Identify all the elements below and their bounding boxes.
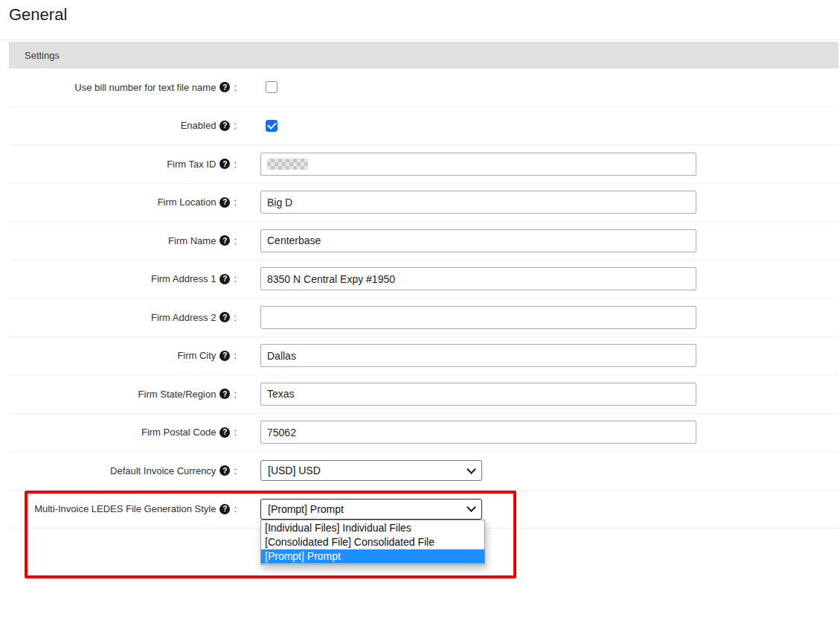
section-header: Settings — [9, 42, 839, 68]
firm-state-region-input[interactable] — [260, 383, 696, 406]
ledes-style-dropdown-list: [Individual Files] Individual Files [Con… — [260, 520, 485, 565]
field-label: Default Invoice Currency ? : — [9, 465, 237, 476]
label-colon: : — [234, 159, 237, 170]
firm-tax-id-input[interactable] — [260, 153, 696, 176]
help-icon[interactable]: ? — [219, 82, 230, 92]
label-colon: : — [234, 197, 237, 208]
field-label-text: Firm Postal Code — [141, 427, 216, 438]
field-label: Enabled ? : — [9, 120, 237, 131]
dropdown-option-individual-files[interactable]: [Individual Files] Individual Files — [261, 521, 484, 535]
form-row-use-bill-number: Use bill number for text file name ? : — [9, 68, 839, 107]
field-label-text: Default Invoice Currency — [110, 465, 216, 476]
firm-location-input[interactable] — [260, 191, 696, 214]
help-icon[interactable]: ? — [219, 235, 230, 246]
field-label: Firm State/Region ? : — [9, 389, 237, 400]
ledes-generation-style-select[interactable]: [Prompt] Prompt — [260, 499, 482, 520]
selected-value: [USD] USD — [268, 465, 321, 476]
label-colon: : — [234, 427, 237, 438]
label-colon: : — [234, 120, 237, 131]
form-row-enabled: Enabled ? : — [9, 107, 839, 146]
field-label: Use bill number for text file name ? : — [9, 82, 237, 93]
firm-address-2-input[interactable] — [260, 306, 696, 329]
field-label-text: Use bill number for text file name — [74, 82, 216, 93]
help-icon[interactable]: ? — [219, 312, 230, 322]
label-colon: : — [234, 465, 237, 476]
help-icon[interactable]: ? — [219, 465, 230, 476]
page-title: General — [9, 5, 67, 25]
firm-city-input[interactable] — [260, 344, 696, 367]
firm-name-input[interactable] — [260, 229, 696, 252]
label-colon: : — [234, 389, 237, 400]
field-label-text: Firm Name — [168, 235, 216, 246]
help-icon[interactable]: ? — [219, 197, 230, 208]
default-invoice-currency-select[interactable]: [USD] USD — [260, 460, 482, 481]
form-row-firm-location: Firm Location ? : — [9, 184, 839, 223]
field-label: Firm Postal Code ? : — [9, 427, 237, 438]
field-label-text: Firm Tax ID — [167, 159, 216, 170]
firm-address-1-input[interactable] — [260, 267, 696, 290]
label-colon: : — [234, 312, 237, 323]
dropdown-option-prompt[interactable]: [Prompt] Prompt — [261, 549, 484, 564]
field-label: Firm City ? : — [9, 350, 237, 361]
field-label-text: Firm City — [177, 350, 216, 361]
check-icon — [267, 120, 277, 130]
help-icon[interactable]: ? — [219, 274, 230, 284]
firm-postal-code-input[interactable] — [260, 421, 696, 444]
form-row-firm-postal-code: Firm Postal Code ? : — [9, 414, 839, 453]
redacted-value — [267, 159, 308, 170]
field-label: Firm Name ? : — [9, 235, 237, 246]
top-divider — [0, 39, 840, 40]
label-colon: : — [234, 273, 237, 284]
form-row-firm-state-region: Firm State/Region ? : — [9, 375, 839, 414]
section-title: Settings — [25, 50, 60, 61]
label-colon: : — [234, 503, 237, 514]
settings-form: Use bill number for text file name ? : E… — [9, 68, 839, 529]
help-icon[interactable]: ? — [219, 121, 230, 131]
chevron-down-icon — [467, 502, 476, 512]
label-colon: : — [234, 82, 237, 93]
help-icon[interactable]: ? — [219, 427, 230, 438]
field-label: Multi-Invoice LEDES File Generation Styl… — [9, 503, 237, 514]
use-bill-number-checkbox[interactable] — [266, 81, 278, 93]
field-label: Firm Address 1 ? : — [9, 273, 237, 284]
form-row-firm-address-2: Firm Address 2 ? : — [9, 299, 839, 337]
dropdown-option-consolidated-file[interactable]: [Consolidated File] Consolidated File — [261, 535, 484, 549]
form-row-default-invoice-currency: Default Invoice Currency ? : [USD] USD — [9, 452, 839, 491]
field-label: Firm Tax ID ? : — [9, 159, 237, 170]
form-row-firm-tax-id: Firm Tax ID ? : — [9, 145, 839, 184]
form-row-firm-name: Firm Name ? : — [9, 222, 839, 261]
field-label-text: Firm Address 2 — [151, 312, 216, 323]
field-label-text: Firm State/Region — [138, 389, 217, 400]
enabled-checkbox[interactable] — [266, 120, 278, 132]
selected-value: [Prompt] Prompt — [268, 503, 344, 515]
form-row-firm-address-1: Firm Address 1 ? : — [9, 261, 839, 299]
field-label: Firm Location ? : — [9, 197, 237, 208]
settings-page: General Settings Use bill number for tex… — [0, 0, 840, 635]
field-label: Firm Address 2 ? : — [9, 312, 237, 323]
help-icon[interactable]: ? — [219, 351, 230, 361]
field-label-text: Firm Address 1 — [151, 273, 216, 284]
help-icon[interactable]: ? — [219, 504, 230, 514]
label-colon: : — [234, 235, 237, 246]
field-label-text: Firm Location — [158, 197, 217, 208]
chevron-down-icon — [467, 465, 476, 474]
field-label-text: Multi-Invoice LEDES File Generation Styl… — [34, 503, 216, 514]
help-icon[interactable]: ? — [219, 159, 230, 169]
form-row-firm-city: Firm City ? : — [9, 337, 839, 376]
label-colon: : — [234, 350, 237, 361]
field-label-text: Enabled — [181, 120, 217, 131]
help-icon[interactable]: ? — [219, 389, 230, 399]
